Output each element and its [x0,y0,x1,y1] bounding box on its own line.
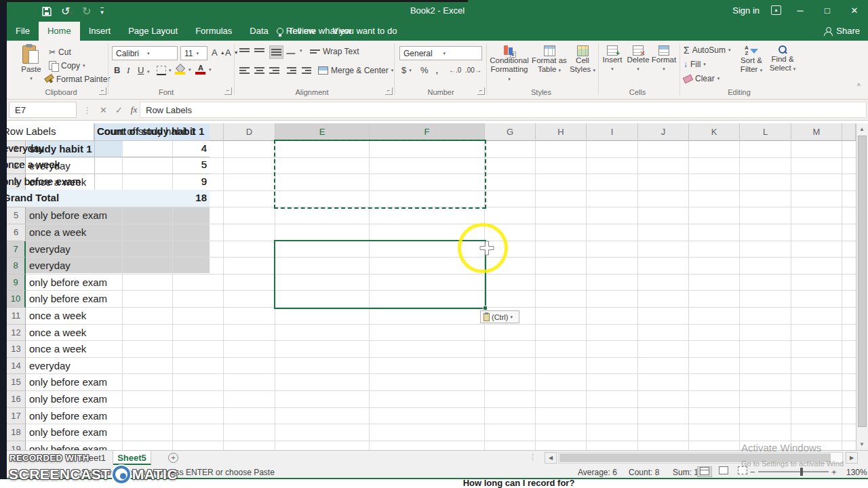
grip-icon[interactable]: ⋮ [83,105,92,115]
column-header-partial[interactable] [842,123,856,141]
column-header-K[interactable]: K [689,123,740,141]
number-dialog-launcher[interactable]: ⌐ [477,87,485,95]
ribbon-display-options-icon[interactable]: ▴ [771,5,781,15]
row-header-15[interactable]: 15 [7,374,26,391]
delete-cells-button[interactable]: ✕ Delete▾ [625,45,651,73]
accounting-format-button[interactable]: $▾ [401,65,412,75]
copy-button[interactable]: Copy▾ [49,61,85,70]
row-header-8[interactable]: 8 [7,258,26,274]
fill-button[interactable]: ↓Fill▾ [684,60,706,69]
ribbon-tab-data[interactable]: Data [241,22,277,41]
hscroll-left-button[interactable]: ◀ [545,452,557,464]
zoom-level[interactable]: 130% [846,468,867,477]
font-color-button[interactable]: A▾ [195,64,212,75]
cell-A17[interactable]: only before exam [26,408,123,425]
column-header-J[interactable]: J [638,123,689,141]
row-header-5[interactable]: 5 [7,207,26,224]
pivot-grand-total-value[interactable]: 18 [94,190,210,207]
pasted-row-value[interactable]: 5 [94,157,210,174]
pasted-header-row-labels[interactable]: Row Labels [3,123,93,140]
page-break-view-button[interactable] [735,466,750,477]
cell-A5[interactable]: only before exam [26,207,123,224]
sort-filter-button[interactable]: AZ Sort &Filter ▾ [736,45,766,75]
format-painter-button[interactable]: Format Painter [44,75,110,84]
column-header-I[interactable]: I [587,123,638,141]
zoom-out-button[interactable]: − [750,467,755,477]
fill-color-button[interactable]: ▾ [175,65,191,75]
grow-font-button[interactable]: A▲ [212,47,225,58]
maximize-button[interactable]: □ [814,0,841,22]
pasted-row-label[interactable]: only before exam [3,174,93,190]
vertical-scroll-thumb[interactable] [858,136,867,427]
pasted-row-label[interactable]: everyday [3,140,93,157]
column-header-M[interactable]: M [791,123,842,141]
cell-A10[interactable]: only before exam [26,291,123,308]
clipboard-dialog-launcher[interactable]: ⌐ [99,87,106,95]
row-header-13[interactable]: 13 [7,341,26,358]
cell-styles-button[interactable]: CellStyles ▾ [568,45,597,75]
align-left-button[interactable] [239,66,250,75]
row-header-19[interactable]: 19 [7,441,26,450]
autosum-button[interactable]: ΣAutoSum▾ [684,45,731,55]
collapse-ribbon-button[interactable]: ^ [857,83,861,90]
align-center-button[interactable] [254,66,264,75]
zoom-slider-thumb[interactable] [800,468,803,476]
increase-decimal-button[interactable]: ←.0 [449,66,461,74]
ribbon-tab-file[interactable]: File [7,22,39,41]
column-header-L[interactable]: L [740,123,791,141]
formula-input[interactable]: Row Labels [140,102,867,118]
pasted-row-value[interactable]: 4 [94,140,210,157]
name-box[interactable]: E7▾ [9,102,77,118]
cell-A14[interactable]: everyday [26,358,123,375]
percent-format-button[interactable]: % [420,65,429,75]
underline-dropdown[interactable]: ▾ [147,69,150,75]
cell-A7[interactable]: everyday [26,241,123,258]
sign-in-button[interactable]: Sign in [732,5,760,16]
merge-center-button[interactable]: Merge & Center▾ [318,66,393,75]
bottom-align-button[interactable] [269,45,283,59]
decrease-indent-button[interactable] [287,66,297,75]
row-header-9[interactable]: 9 [7,274,26,291]
align-right-button[interactable] [269,66,279,75]
pasted-header-count[interactable]: Count of study habit 1 [97,123,208,140]
ribbon-tab-insert[interactable]: Insert [80,22,120,41]
shrink-font-button[interactable]: A▼ [225,47,239,58]
minimize-button[interactable]: ─ [787,0,814,22]
column-header-F[interactable]: F [370,123,485,141]
cell-A16[interactable]: only before exam [26,391,123,408]
font-size-select[interactable]: 11▾ [180,46,208,60]
borders-button[interactable]: ▾ [157,66,172,75]
clear-button[interactable]: Clear▾ [684,74,719,83]
cell-A8[interactable]: everyday [26,258,123,274]
row-header-12[interactable]: 12 [7,325,26,342]
share-button[interactable]: Share [824,22,860,41]
paste-button[interactable]: Paste▾ [16,45,46,83]
normal-view-button[interactable] [697,466,712,477]
cell-A9[interactable]: only before exam [26,274,123,291]
ribbon-tab-home[interactable]: Home [39,22,80,41]
vertical-scrollbar[interactable]: ▲ ▼ [856,123,868,450]
middle-align-button[interactable] [254,47,264,54]
conditional-formatting-button[interactable]: ≠ ConditionalFormatting ▾ [490,45,529,83]
row-header-17[interactable]: 17 [7,408,26,425]
italic-button[interactable]: I [127,65,130,76]
column-header-H[interactable]: H [536,123,587,141]
cell-A12[interactable]: once a week [26,325,123,342]
paste-options-button[interactable]: (Ctrl)▾ [480,310,519,323]
column-header-D[interactable]: D [224,123,275,141]
decrease-decimal-button[interactable]: .00→ [465,66,481,74]
bold-button[interactable]: B [114,65,120,75]
zoom-slider[interactable] [758,471,829,472]
format-cells-button[interactable]: Format▾ [651,45,677,73]
insert-cells-button[interactable]: + Insert▾ [599,45,625,73]
row-header-16[interactable]: 16 [7,391,26,408]
format-as-table-button[interactable]: Format asTable ▾ [530,45,568,75]
cell-A18[interactable]: only before exam [26,424,123,441]
row-header-14[interactable]: 14 [7,358,26,375]
top-align-button[interactable] [239,47,250,54]
find-select-button[interactable]: Find &Select ▾ [768,45,797,73]
font-dialog-launcher[interactable]: ⌐ [224,87,232,95]
number-format-select[interactable]: General▾ [399,46,482,60]
cell-A11[interactable]: once a week [26,308,123,325]
cell-A19[interactable]: only before exam [26,441,123,450]
